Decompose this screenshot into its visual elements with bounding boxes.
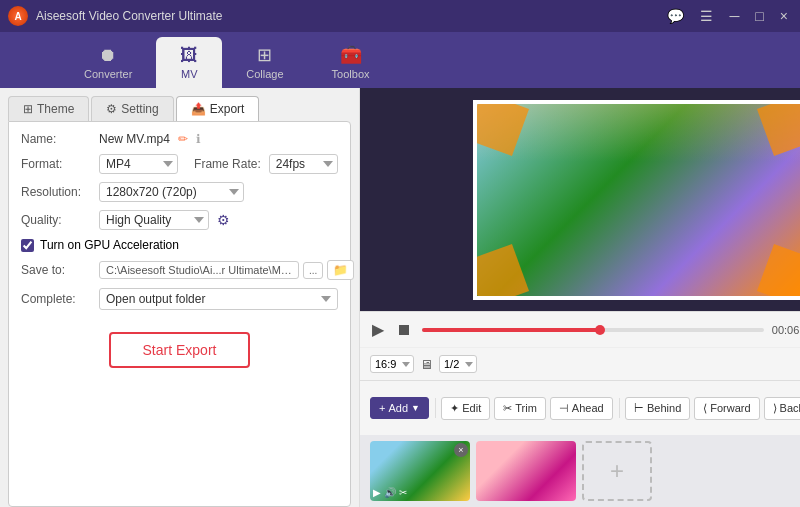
close-button[interactable]: × [776, 8, 792, 24]
player-controls-bar2: 16:9 🖥 1/2 Start Export [360, 347, 800, 380]
clip-strip: × ▶ 🔊 ✂ + [360, 435, 800, 507]
monitor-icon: 🖥 [420, 357, 433, 372]
backward-button[interactable]: ⟩ Backward [764, 397, 800, 420]
clip-icons-1: ▶ 🔊 ✂ [373, 487, 407, 498]
time-display: 00:06:33.02/00:07:25.04 [772, 324, 800, 336]
add-button[interactable]: + Add ▼ [370, 397, 429, 419]
chat-icon[interactable]: 💬 [663, 8, 688, 24]
play-clip-icon: ▶ [373, 487, 381, 498]
mv-icon: 🖼 [180, 45, 198, 66]
tab-collage[interactable]: ⊞ Collage [222, 36, 307, 88]
info-icon[interactable]: ℹ [196, 132, 201, 146]
tab-toolbox-label: Toolbox [332, 68, 370, 80]
trim-button[interactable]: ✂ Trim [494, 397, 546, 420]
main-tab-bar: ⏺ Converter 🖼 MV ⊞ Collage 🧰 Toolbox [0, 32, 800, 88]
title-bar: A Aiseesoft Video Converter Ultimate 💬 ☰… [0, 0, 800, 32]
format-label: Format: [21, 157, 91, 171]
saveto-label: Save to: [21, 263, 91, 277]
tab-toolbox[interactable]: 🧰 Toolbox [308, 36, 394, 88]
quality-gear-icon[interactable]: ⚙ [217, 212, 230, 228]
preview-image [477, 104, 800, 296]
forward-button[interactable]: ⟨ Forward [694, 397, 759, 420]
setting-tab-icon: ⚙ [106, 102, 117, 116]
progress-bar[interactable] [422, 328, 764, 332]
clip-thumb-2[interactable] [476, 441, 576, 501]
saveto-path-input[interactable] [99, 261, 299, 279]
audio-clip-icon: 🔊 [384, 487, 396, 498]
name-label: Name: [21, 132, 91, 146]
clip-thumb-1[interactable]: × ▶ 🔊 ✂ [370, 441, 470, 501]
complete-select[interactable]: Open output folder [99, 288, 338, 310]
preview-frame [473, 100, 800, 300]
tab-converter[interactable]: ⏺ Converter [60, 37, 156, 88]
maximize-button[interactable]: □ [751, 8, 767, 24]
setting-tab-label: Setting [121, 102, 158, 116]
edit-button[interactable]: ✦ Edit [441, 397, 490, 420]
complete-label: Complete: [21, 292, 91, 306]
resolution-label: Resolution: [21, 185, 91, 199]
sub-tab-setting[interactable]: ⚙ Setting [91, 96, 173, 121]
minimize-button[interactable]: ─ [725, 8, 743, 24]
left-panel: ⊞ Theme ⚙ Setting 📤 Export Name: New MV.… [0, 88, 360, 507]
export-tab-icon: 📤 [191, 102, 206, 116]
browse-button[interactable]: ... [303, 262, 323, 279]
sub-tab-export[interactable]: 📤 Export [176, 96, 260, 121]
open-folder-button[interactable]: 📁 [327, 260, 354, 280]
progress-handle[interactable] [595, 325, 605, 335]
ahead-button[interactable]: ⊣ Ahead [550, 397, 613, 420]
theme-tab-icon: ⊞ [23, 102, 33, 116]
edit-icon: ✦ [450, 402, 459, 415]
converter-icon: ⏺ [99, 45, 117, 66]
resolution-row: Resolution: 1280x720 (720p) [21, 182, 338, 202]
player-controls-bar: ▶ ⏹ 00:06:33.02/00:07:25.04 🔊 [360, 311, 800, 347]
name-value: New MV.mp4 [99, 132, 170, 146]
clip-close-1[interactable]: × [454, 443, 468, 457]
framerate-select[interactable]: 24fps [269, 154, 338, 174]
gpu-label: Turn on GPU Acceleration [40, 238, 179, 252]
progress-fill [422, 328, 600, 332]
window-controls: 💬 ☰ ─ □ × [663, 8, 792, 24]
app-icon: A [8, 6, 28, 26]
start-export-main-button[interactable]: Start Export [109, 332, 251, 368]
behind-button[interactable]: ⊢ Behind [625, 397, 690, 420]
resolution-select[interactable]: 1280x720 (720p) [99, 182, 244, 202]
toolbox-icon: 🧰 [340, 44, 362, 66]
saveto-row: Save to: ... 📁 [21, 260, 338, 280]
behind-icon: ⊢ [634, 402, 644, 415]
aspect-ratio-select[interactable]: 16:9 [370, 355, 414, 373]
format-row: Format: MP4 Frame Rate: 24fps [21, 154, 338, 174]
video-preview [360, 88, 800, 311]
add-clip-button[interactable]: + [582, 441, 652, 501]
gpu-row: Turn on GPU Acceleration [21, 238, 338, 252]
cut-clip-icon: ✂ [399, 487, 407, 498]
edit-name-icon[interactable]: ✏ [178, 132, 188, 146]
backward-icon: ⟩ [773, 402, 777, 415]
framerate-label: Frame Rate: [194, 157, 261, 171]
settings-area: Name: New MV.mp4 ✏ ℹ Format: MP4 Frame R… [8, 121, 351, 507]
monitor-ratio-select[interactable]: 1/2 [439, 355, 477, 373]
ahead-icon: ⊣ [559, 402, 569, 415]
forward-icon: ⟨ [703, 402, 707, 415]
tab-mv[interactable]: 🖼 MV [156, 37, 222, 88]
app-title: Aiseesoft Video Converter Ultimate [36, 9, 663, 23]
play-button[interactable]: ▶ [370, 318, 386, 341]
tab-mv-label: MV [181, 68, 198, 80]
add-icon: + [379, 402, 385, 414]
quality-select[interactable]: High Quality [99, 210, 209, 230]
collage-icon: ⊞ [257, 44, 272, 66]
tab-converter-label: Converter [84, 68, 132, 80]
format-select[interactable]: MP4 [99, 154, 178, 174]
sub-tab-bar: ⊞ Theme ⚙ Setting 📤 Export [0, 88, 359, 121]
right-panel: ▶ ⏹ 00:06:33.02/00:07:25.04 🔊 16:9 🖥 1/2… [360, 88, 800, 507]
gpu-checkbox[interactable] [21, 239, 34, 252]
stop-button[interactable]: ⏹ [394, 319, 414, 341]
tab-collage-label: Collage [246, 68, 283, 80]
quality-row: Quality: High Quality ⚙ [21, 210, 338, 230]
clip-thumbnail-2 [476, 441, 576, 501]
complete-row: Complete: Open output folder [21, 288, 338, 310]
bottom-toolbar: + Add ▼ ✦ Edit ✂ Trim ⊣ Ahead ⊢ Behind [360, 380, 800, 435]
export-tab-label: Export [210, 102, 245, 116]
sub-tab-theme[interactable]: ⊞ Theme [8, 96, 89, 121]
menu-icon[interactable]: ☰ [696, 8, 717, 24]
main-content: ⊞ Theme ⚙ Setting 📤 Export Name: New MV.… [0, 88, 800, 507]
